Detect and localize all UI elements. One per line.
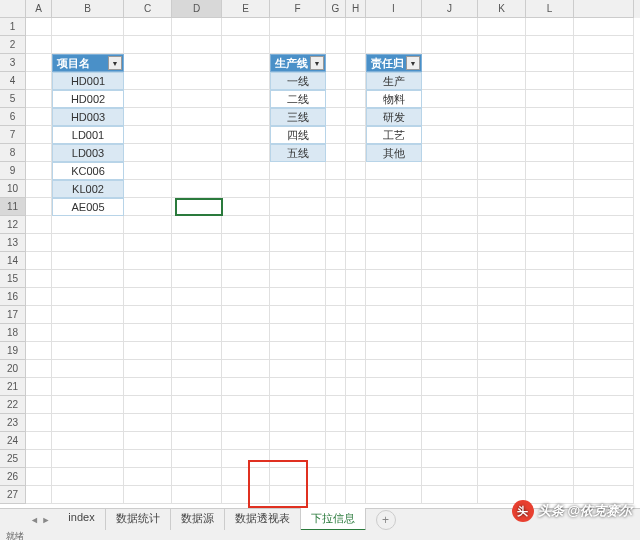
cell-I18[interactable] bbox=[366, 324, 422, 342]
cell-D15[interactable] bbox=[172, 270, 222, 288]
cell-B11[interactable]: AE005 bbox=[52, 198, 124, 216]
row-header-6[interactable]: 6 bbox=[0, 108, 26, 126]
cell-C25[interactable] bbox=[124, 450, 172, 468]
cell-G11[interactable] bbox=[326, 198, 346, 216]
cell-F21[interactable] bbox=[270, 378, 326, 396]
cell-J25[interactable] bbox=[422, 450, 478, 468]
cell-K23[interactable] bbox=[478, 414, 526, 432]
cell-K5[interactable] bbox=[478, 90, 526, 108]
cell-I19[interactable] bbox=[366, 342, 422, 360]
row-header-1[interactable]: 1 bbox=[0, 18, 26, 36]
cell-E18[interactable] bbox=[222, 324, 270, 342]
cell-L24[interactable] bbox=[526, 432, 574, 450]
cell-C11[interactable] bbox=[124, 198, 172, 216]
cell-D3[interactable] bbox=[172, 54, 222, 72]
cell-C18[interactable] bbox=[124, 324, 172, 342]
cell-D8[interactable] bbox=[172, 144, 222, 162]
cell-F23[interactable] bbox=[270, 414, 326, 432]
cell-I16[interactable] bbox=[366, 288, 422, 306]
cell-A3[interactable] bbox=[26, 54, 52, 72]
cell-F20[interactable] bbox=[270, 360, 326, 378]
cell-G19[interactable] bbox=[326, 342, 346, 360]
cell-F15[interactable] bbox=[270, 270, 326, 288]
cell-D19[interactable] bbox=[172, 342, 222, 360]
cell-E8[interactable] bbox=[222, 144, 270, 162]
cell-H9[interactable] bbox=[346, 162, 366, 180]
cell-D24[interactable] bbox=[172, 432, 222, 450]
cell-A11[interactable] bbox=[26, 198, 52, 216]
cell-F19[interactable] bbox=[270, 342, 326, 360]
cell-B6[interactable]: HD003 bbox=[52, 108, 124, 126]
cell-H19[interactable] bbox=[346, 342, 366, 360]
col-header-G[interactable]: G bbox=[326, 0, 346, 18]
col-header-K[interactable]: K bbox=[478, 0, 526, 18]
cell-J12[interactable] bbox=[422, 216, 478, 234]
cell-B24[interactable] bbox=[52, 432, 124, 450]
cell-K26[interactable] bbox=[478, 468, 526, 486]
cell-B18[interactable] bbox=[52, 324, 124, 342]
row-header-14[interactable]: 14 bbox=[0, 252, 26, 270]
sheet-tab-index[interactable]: index bbox=[58, 508, 105, 531]
cell-L22[interactable] bbox=[526, 396, 574, 414]
cell-G6[interactable] bbox=[326, 108, 346, 126]
cell-H14[interactable] bbox=[346, 252, 366, 270]
cell-J7[interactable] bbox=[422, 126, 478, 144]
cell-E21[interactable] bbox=[222, 378, 270, 396]
row-header-20[interactable]: 20 bbox=[0, 360, 26, 378]
row-header-21[interactable]: 21 bbox=[0, 378, 26, 396]
cell-J8[interactable] bbox=[422, 144, 478, 162]
cell-C17[interactable] bbox=[124, 306, 172, 324]
col-header-J[interactable]: J bbox=[422, 0, 478, 18]
col-header-L[interactable]: L bbox=[526, 0, 574, 18]
cell-B22[interactable] bbox=[52, 396, 124, 414]
cell-B15[interactable] bbox=[52, 270, 124, 288]
cell-B21[interactable] bbox=[52, 378, 124, 396]
cell-J1[interactable] bbox=[422, 18, 478, 36]
cell-D5[interactable] bbox=[172, 90, 222, 108]
cell-H11[interactable] bbox=[346, 198, 366, 216]
cell-B10[interactable]: KL002 bbox=[52, 180, 124, 198]
cell-B12[interactable] bbox=[52, 216, 124, 234]
cell-J23[interactable] bbox=[422, 414, 478, 432]
cell-C20[interactable] bbox=[124, 360, 172, 378]
cell-E27[interactable] bbox=[222, 486, 270, 504]
cell-K20[interactable] bbox=[478, 360, 526, 378]
cell-J10[interactable] bbox=[422, 180, 478, 198]
cell-A5[interactable] bbox=[26, 90, 52, 108]
cell-J15[interactable] bbox=[422, 270, 478, 288]
sheet-tab-数据统计[interactable]: 数据统计 bbox=[106, 508, 171, 531]
cell-C8[interactable] bbox=[124, 144, 172, 162]
cell-A4[interactable] bbox=[26, 72, 52, 90]
cell-C27[interactable] bbox=[124, 486, 172, 504]
cell-I10[interactable] bbox=[366, 180, 422, 198]
row-header-10[interactable]: 10 bbox=[0, 180, 26, 198]
cell-A24[interactable] bbox=[26, 432, 52, 450]
cell-F17[interactable] bbox=[270, 306, 326, 324]
cell-A23[interactable] bbox=[26, 414, 52, 432]
cell-J22[interactable] bbox=[422, 396, 478, 414]
cell-G23[interactable] bbox=[326, 414, 346, 432]
cell-D10[interactable] bbox=[172, 180, 222, 198]
cell-H23[interactable] bbox=[346, 414, 366, 432]
cell-K16[interactable] bbox=[478, 288, 526, 306]
cell-I5[interactable]: 物料 bbox=[366, 90, 422, 108]
cell-G15[interactable] bbox=[326, 270, 346, 288]
cell-L20[interactable] bbox=[526, 360, 574, 378]
cell-F11[interactable] bbox=[270, 198, 326, 216]
cell-B20[interactable] bbox=[52, 360, 124, 378]
cell-C21[interactable] bbox=[124, 378, 172, 396]
cell-F24[interactable] bbox=[270, 432, 326, 450]
cell-E5[interactable] bbox=[222, 90, 270, 108]
cell-I22[interactable] bbox=[366, 396, 422, 414]
cell-B17[interactable] bbox=[52, 306, 124, 324]
cell-I26[interactable] bbox=[366, 468, 422, 486]
cell-C24[interactable] bbox=[124, 432, 172, 450]
cell-A6[interactable] bbox=[26, 108, 52, 126]
col-header-F[interactable]: F bbox=[270, 0, 326, 18]
cell-H10[interactable] bbox=[346, 180, 366, 198]
cell-A10[interactable] bbox=[26, 180, 52, 198]
cell-G8[interactable] bbox=[326, 144, 346, 162]
cell-B1[interactable] bbox=[52, 18, 124, 36]
cell-F22[interactable] bbox=[270, 396, 326, 414]
col-header-I[interactable]: I bbox=[366, 0, 422, 18]
